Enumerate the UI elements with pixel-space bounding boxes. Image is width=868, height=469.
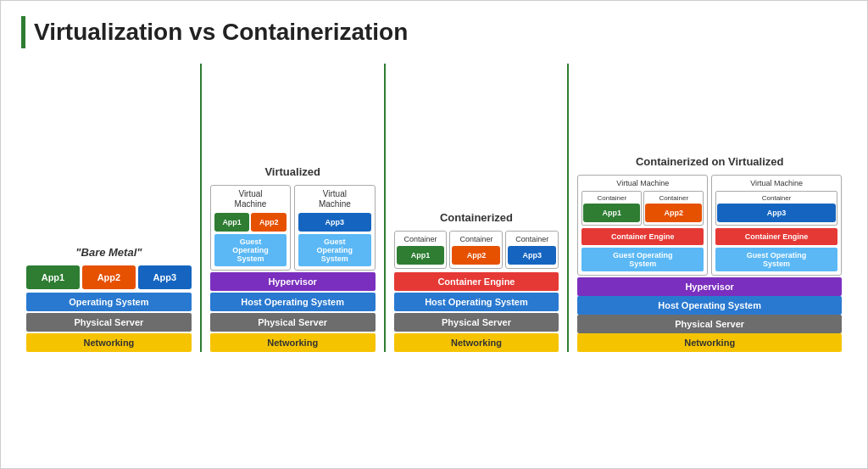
title-accent [21, 16, 25, 48]
bare-metal-apps: App1 App2 App3 [26, 265, 192, 289]
vm1-app1: App1 [214, 213, 250, 232]
container1-app: App1 [397, 246, 445, 265]
vm2-title: VirtualMachine [298, 189, 370, 209]
virtualized-stack: VirtualMachine App1 App2 GuestOperatingS… [210, 185, 376, 352]
column-cov: Containerized on Virtualized Virtual Mac… [577, 155, 842, 352]
separator-3 [567, 64, 569, 352]
app-box-app3: App3 [138, 265, 192, 289]
container3-label: Container [508, 235, 556, 243]
cov-stack: Virtual Machine Container App1 Container… [577, 175, 842, 352]
container3-app: App3 [508, 246, 556, 265]
slide: Virtualization vs Containerization "Bare… [0, 0, 868, 469]
cov-hypervisor: Hypervisor [577, 277, 842, 296]
column-containerized: Containerized Container App1 Container A… [394, 211, 559, 352]
app-box-app2: App2 [82, 265, 136, 289]
cont-physical: Physical Server [394, 313, 559, 332]
cov-vm-row: Virtual Machine Container App1 Container… [577, 175, 842, 276]
bare-metal-stack: App1 App2 App3 Operating System Physical… [26, 265, 192, 352]
title-bar: Virtualization vs Containerization [21, 16, 847, 48]
column-bare-metal: "Bare Metal" App1 App2 App3 Operating Sy… [26, 246, 192, 352]
cov-vm1-c1: Container App1 [581, 191, 642, 226]
app-box-app1: App1 [26, 265, 80, 289]
cov-vm2-guest-os: Guest OperatingSystem [715, 248, 837, 271]
virt-physical: Physical Server [210, 313, 376, 332]
cov-vm1-engine: Container Engine [581, 228, 704, 245]
containerized-title: Containerized [440, 211, 513, 224]
column-virtualized: Virtualized VirtualMachine App1 App2 Gue… [210, 165, 376, 352]
cov-c3-label: Container [717, 194, 836, 202]
cov-c1-app: App1 [583, 204, 640, 222]
cov-c2-label: Container [645, 194, 702, 202]
cov-c1-label: Container [583, 194, 640, 202]
container2-app: App2 [452, 246, 500, 265]
container-box-3: Container App3 [505, 231, 559, 269]
vm-box-2: VirtualMachine App3 GuestOperatingSystem [294, 185, 375, 271]
cov-vm2-c1: Container App3 [715, 191, 837, 226]
page-title: Virtualization vs Containerization [34, 19, 408, 46]
virt-host-os: Host Operating System [210, 293, 376, 311]
cov-vm2-containers: Container App3 [715, 191, 837, 226]
vm1-apps: App1 App2 [214, 213, 287, 232]
cont-networking: Networking [394, 333, 559, 352]
bare-metal-physical: Physical Server [26, 313, 192, 332]
cov-c2-app: App2 [645, 204, 702, 222]
cov-vm1: Virtual Machine Container App1 Container… [577, 175, 708, 276]
cov-vm2: Virtual Machine Container App3 Container… [711, 175, 842, 276]
cov-vm1-c2: Container App2 [643, 191, 704, 226]
cov-physical: Physical Server [577, 315, 842, 333]
virt-hypervisor: Hypervisor [210, 272, 376, 291]
container1-label: Container [397, 235, 445, 243]
vm2-app3: App3 [298, 213, 370, 232]
bare-metal-title: "Bare Metal" [75, 246, 142, 259]
cov-networking: Networking [577, 333, 842, 352]
vm1-app2: App2 [251, 213, 287, 232]
vm-box-1: VirtualMachine App1 App2 GuestOperatingS… [210, 185, 291, 271]
containerized-stack: Container App1 Container App2 Container … [394, 231, 559, 352]
container-box-1: Container App1 [394, 231, 448, 269]
separator-2 [384, 64, 386, 352]
cov-c3-app: App3 [717, 204, 836, 222]
containers-row: Container App1 Container App2 Container … [394, 231, 559, 269]
vm-row: VirtualMachine App1 App2 GuestOperatingS… [210, 185, 376, 271]
container2-label: Container [452, 235, 500, 243]
cov-vm1-guest-os: Guest OperatingSystem [581, 248, 704, 271]
virt-networking: Networking [210, 333, 376, 352]
vm1-title: VirtualMachine [214, 189, 287, 209]
virtualized-title: Virtualized [264, 165, 320, 178]
cont-engine: Container Engine [394, 272, 559, 291]
cov-host-os: Host Operating System [577, 296, 842, 315]
vm1-guest-os: GuestOperatingSystem [214, 234, 287, 266]
cov-title: Containerized on Virtualized [636, 155, 784, 168]
separator-1 [200, 64, 202, 352]
diagram-area: "Bare Metal" App1 App2 App3 Operating Sy… [21, 64, 847, 352]
container-box-2: Container App2 [449, 231, 503, 269]
cov-vm1-containers: Container App1 Container App2 [581, 191, 704, 226]
cov-vm1-title: Virtual Machine [581, 179, 704, 187]
cov-vm2-engine: Container Engine [715, 228, 837, 245]
vm2-apps: App3 [298, 213, 370, 232]
cov-vm2-title: Virtual Machine [715, 179, 837, 187]
bare-metal-os: Operating System [26, 293, 192, 311]
cont-host-os: Host Operating System [394, 293, 559, 311]
vm2-guest-os: GuestOperatingSystem [298, 234, 370, 266]
bare-metal-networking: Networking [26, 333, 192, 352]
